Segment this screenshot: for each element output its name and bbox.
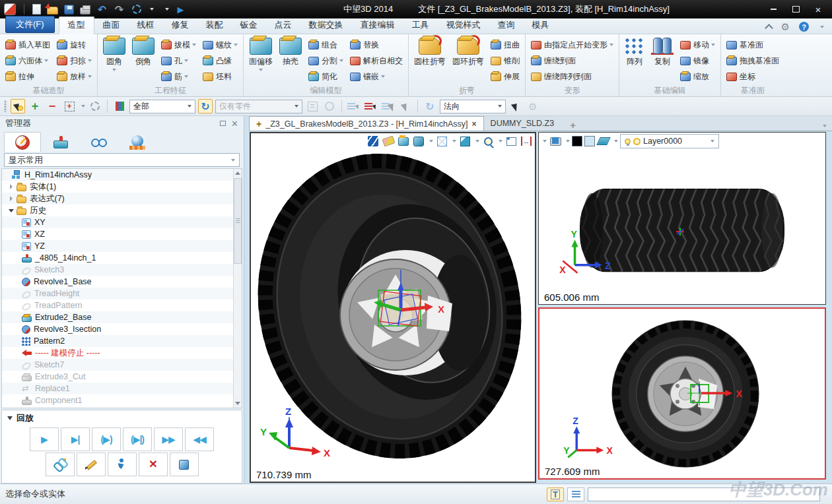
section-arrow-icon[interactable] [475, 140, 479, 142]
document-tab-active[interactable]: + _Z3_GL_BrakesModelB_2013.Z3 - [H_Rim14… [249, 116, 484, 131]
revolve-button[interactable]: 旋转 [55, 37, 94, 53]
morph-from-point-button[interactable]: 由指定点开始变形 [529, 37, 615, 53]
scale-button[interactable]: 缩放 [678, 69, 717, 84]
filter-combo[interactable]: 全部 [129, 100, 195, 113]
main-viewport[interactable]: ↔ [250, 132, 536, 483]
minimize-button[interactable] [763, 3, 783, 16]
bottom-viewport-active[interactable]: X Z X Y 727.609 mm [538, 307, 826, 480]
dropdown-arrow-icon[interactable] [150, 8, 154, 11]
layer-combo[interactable]: Layer0000 [620, 134, 719, 148]
cancel-button[interactable]: × [139, 453, 168, 476]
tree-item-revolve3-isection[interactable]: Revolve3_Isection [2, 323, 233, 335]
tree-item-history[interactable]: 历史 [2, 205, 233, 216]
stop-button[interactable] [170, 453, 199, 476]
auto-rotate-icon[interactable]: ↻ [198, 99, 213, 113]
text-prompt-toggle-button[interactable]: T [547, 488, 564, 501]
shaded-display-icon[interactable] [412, 135, 425, 148]
tab-inquire[interactable]: 查询 [489, 17, 524, 34]
tab-shape[interactable]: 造型 [59, 16, 94, 34]
collapse-ribbon-icon[interactable] [765, 24, 773, 32]
new-document-tab-icon[interactable]: + [561, 119, 585, 131]
scrollbar-thumb[interactable] [234, 178, 242, 264]
zoom-arrow-icon[interactable] [499, 140, 503, 142]
tab-assembly-manager[interactable] [42, 132, 79, 152]
redo-icon[interactable]: ↷ [114, 4, 125, 15]
pick-cursor2-icon[interactable] [508, 99, 523, 113]
scroll-down-icon[interactable] [234, 399, 242, 408]
print-icon[interactable] [80, 7, 90, 15]
tire-assembly-3d-model[interactable]: X Z X Y [251, 133, 535, 482]
tree-item-component-4805[interactable]: _4805_14inch_1 [2, 252, 233, 264]
panel-close-icon[interactable]: ✕ [231, 119, 238, 129]
tree-item-treadpattern[interactable]: TreadPattern [2, 299, 233, 311]
scope-combo[interactable]: 仅有零件 [215, 100, 302, 113]
fillet-button[interactable]: 圆角 [100, 37, 129, 71]
display-mode-monitor-icon[interactable] [549, 135, 562, 148]
box-button[interactable]: 六面体 [3, 53, 52, 69]
hole-button[interactable]: 孔 [159, 53, 198, 69]
monitor-arrow-icon[interactable] [566, 140, 570, 142]
tree-item-extrude2-base[interactable]: Extrude2_Base [2, 311, 233, 323]
pick-list-alt-icon[interactable] [381, 99, 396, 113]
add-selection-icon[interactable]: + [28, 99, 42, 113]
expand-icon[interactable] [7, 196, 15, 201]
layers-arrow-icon[interactable] [614, 140, 618, 142]
face-offset-button[interactable]: 面偏移 [246, 37, 276, 71]
tab-pointcloud[interactable]: 点云 [266, 17, 300, 34]
chain-pick-icon[interactable]: = [305, 99, 320, 113]
tree-item-solids[interactable]: 实体(1) [2, 181, 233, 193]
play-step-button[interactable]: (▶) [92, 427, 121, 451]
twist-button[interactable]: 扭曲 [489, 37, 522, 53]
tree-item-yz-plane[interactable]: YZ [2, 240, 233, 252]
datum-plane-button[interactable]: 基准面 [724, 37, 781, 53]
tab-visual-manager[interactable] [81, 132, 118, 152]
chamfer-button[interactable]: 倒角 [129, 37, 158, 67]
stretch-button[interactable]: 伸展 [489, 69, 522, 84]
eraser-icon[interactable] [382, 135, 395, 148]
resolve-self-intersection-button[interactable]: 解析自相交 [348, 53, 405, 69]
play-to-end-button[interactable]: ▶| [61, 427, 90, 451]
torus-bend-button[interactable]: 圆环折弯 [449, 37, 487, 67]
tab-tools[interactable]: 工具 [403, 17, 438, 34]
rib-button[interactable]: 筋 [159, 69, 198, 84]
pick-options-gear-icon[interactable]: ⚙ [526, 99, 540, 113]
normal-combo[interactable]: 法向 [440, 100, 506, 113]
regen-icon[interactable] [397, 135, 410, 148]
collapse-icon[interactable] [7, 209, 15, 212]
wireframe-display-icon[interactable] [435, 135, 448, 148]
highlight-color-swatch[interactable] [584, 136, 595, 146]
restore-button[interactable] [786, 3, 806, 16]
rewind-button[interactable]: ◀◀ [185, 427, 214, 451]
open-file-icon[interactable] [47, 7, 58, 15]
wrap-pattern-to-face-button[interactable]: 缠绕阵列到面 [529, 69, 615, 84]
tab-direct-edit[interactable]: 直接编辑 [352, 17, 403, 34]
mirror-button[interactable]: 镜像 [678, 53, 717, 69]
help-dropdown-arrow-icon[interactable] [820, 26, 824, 28]
pick-cursor-icon[interactable] [398, 99, 413, 113]
pick-region-arrow-icon[interactable] [81, 105, 85, 108]
wireframe-arrow-icon[interactable] [452, 140, 456, 142]
combine-button[interactable]: 组合 [306, 37, 345, 53]
tree-item-extrude3-cut[interactable]: Extrude3_Cut [2, 371, 233, 383]
tree-item-xy-plane[interactable]: XY [2, 216, 233, 228]
window-select-icon[interactable] [504, 135, 518, 148]
tab-overflow-arrow-icon[interactable] [823, 125, 827, 127]
tab-render-manager[interactable] [119, 132, 156, 152]
layer-visibility-bulb-icon[interactable] [625, 139, 631, 144]
tire-side-view-model[interactable]: Y Z X [539, 133, 825, 304]
save-icon[interactable] [64, 5, 74, 15]
loft-button[interactable]: 放样 [55, 69, 94, 84]
help-icon[interactable]: ? [799, 22, 809, 32]
link-button[interactable] [46, 453, 75, 476]
tab-file[interactable]: 文件(F) [5, 16, 55, 33]
scroll-up-icon[interactable] [234, 169, 242, 177]
tree-item-treadheight[interactable]: TreadHeight [2, 288, 233, 299]
tab-assembly[interactable]: 装配 [197, 17, 232, 34]
tab-repair[interactable]: 修复 [163, 17, 197, 34]
walkthrough-icon[interactable] [366, 135, 380, 148]
message-list-button[interactable] [567, 488, 584, 501]
tire-front-view-model[interactable]: X Z X Y [539, 309, 825, 478]
reorient-icon[interactable]: ↻ [423, 99, 437, 113]
csys-button[interactable]: 坐标 [724, 69, 781, 84]
zoom-window-icon[interactable] [481, 135, 495, 148]
